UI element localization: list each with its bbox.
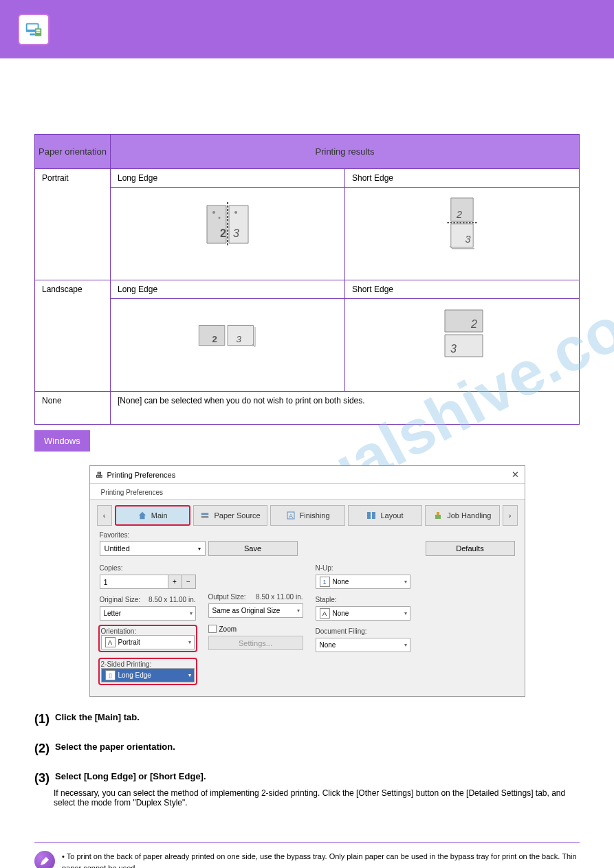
svg-text:3: 3 [233, 227, 239, 239]
short-edge-label-2: Short Edge [345, 280, 580, 299]
minus-button[interactable]: − [182, 575, 196, 589]
printer-monitor-icon [18, 14, 50, 45]
long-edge-icon: ▯ [105, 670, 116, 680]
printer-icon: 🖶 [96, 471, 103, 479]
svg-text:2: 2 [220, 227, 226, 239]
tab-main[interactable]: Main [115, 505, 190, 526]
copies-label: Copies: [100, 564, 196, 572]
nup-icon: 1 [320, 577, 330, 587]
tab-layout[interactable]: Layout [348, 505, 422, 526]
svg-point-10 [219, 217, 221, 219]
chevron-down-icon: ▾ [404, 610, 407, 616]
chevron-down-icon: ▾ [404, 642, 407, 648]
landscape-long-image: 23 [111, 299, 345, 392]
dialog-title-text: Printing Preferences [107, 471, 176, 479]
close-icon[interactable]: ✕ [512, 469, 519, 480]
svg-text:3: 3 [450, 343, 457, 355]
windows-button: Windows [34, 430, 90, 452]
checkbox-icon [208, 625, 217, 633]
svg-rect-26 [437, 512, 439, 515]
staple-dropdown[interactable]: ANone▾ [316, 606, 410, 621]
svg-rect-5 [36, 31, 41, 32]
note-section: • To print on the back of paper already … [34, 842, 580, 868]
results-header: Printing results [111, 135, 580, 169]
svg-text:3: 3 [237, 334, 242, 344]
svg-rect-25 [435, 515, 441, 519]
portrait-icon: A [105, 637, 116, 647]
svg-rect-23 [367, 512, 371, 519]
portrait-short-image: 23 [345, 188, 580, 280]
long-edge-label-2: Long Edge [111, 280, 345, 299]
home-icon [138, 511, 147, 520]
svg-text:2: 2 [212, 334, 217, 344]
output-size-dropdown[interactable]: Same as Original Size▾ [208, 603, 303, 618]
dialog-titlebar: 🖶Printing Preferences ✕ [90, 466, 525, 484]
nav-prev-button[interactable]: ‹ [97, 505, 112, 526]
tab-job-handling[interactable]: Job Handling [425, 505, 499, 526]
staple-label: Staple: [316, 596, 410, 603]
nav-next-button[interactable]: › [503, 505, 518, 526]
chevron-down-icon: ▾ [188, 639, 191, 645]
long-edge-label-1: Long Edge [111, 169, 345, 188]
svg-text:A: A [289, 513, 293, 520]
svg-point-9 [212, 211, 215, 214]
staple-icon: A [320, 608, 330, 619]
twosided-dropdown[interactable]: ▯Long Edge▾ [101, 668, 195, 682]
landscape-short-image: 23 [345, 299, 580, 392]
defaults-button[interactable]: Defaults [426, 541, 515, 556]
favorites-label: Favorites: [100, 531, 515, 539]
zoom-settings-button: Settings... [208, 636, 303, 650]
svg-rect-19 [201, 513, 209, 515]
chevron-down-icon: ▾ [297, 608, 300, 614]
short-edge-label-1: Short Edge [345, 169, 580, 188]
orientation-dropdown[interactable]: APortrait▾ [101, 635, 195, 649]
docfiling-dropdown[interactable]: None▾ [316, 638, 410, 652]
output-size-dim: 8.50 x 11.00 in. [256, 593, 303, 601]
output-size-label: Output Size: [208, 593, 246, 601]
tab-finishing[interactable]: AFinishing [270, 505, 344, 526]
tray-icon [200, 511, 210, 520]
favorites-dropdown[interactable]: Untitled▾ [100, 541, 206, 556]
step-3: (3) Select [Long Edge] or [Short Edge]. [34, 771, 580, 786]
tab-paper-source[interactable]: Paper Source [193, 505, 267, 526]
step-2: (2) Select the paper orientation. [34, 742, 580, 756]
svg-rect-2 [30, 33, 35, 35]
original-size-label: Original Size: [100, 596, 140, 603]
svg-rect-4 [36, 30, 41, 31]
svg-text:3: 3 [465, 234, 471, 245]
chevron-down-icon: ▾ [188, 672, 191, 678]
portrait-label: Portrait [35, 169, 111, 280]
nup-dropdown[interactable]: 1None▾ [316, 575, 410, 589]
svg-rect-24 [372, 512, 375, 519]
svg-rect-20 [201, 516, 209, 518]
svg-text:2: 2 [456, 209, 462, 220]
none-desc: [None] can be selected when you do not w… [111, 392, 580, 425]
portrait-long-image: 23 [111, 188, 345, 280]
finishing-icon: A [286, 511, 296, 520]
svg-text:2: 2 [470, 318, 477, 330]
copies-stepper[interactable]: 1 + − [100, 575, 196, 589]
plus-button[interactable]: + [168, 575, 182, 589]
docfiling-label: Document Filing: [316, 627, 410, 635]
orientation-header: Paper orientation [35, 135, 111, 169]
chevron-down-icon: ▾ [190, 610, 193, 616]
zoom-checkbox[interactable]: Zoom [208, 625, 303, 633]
landscape-label: Landscape [35, 280, 111, 392]
original-size-dropdown[interactable]: Letter▾ [100, 606, 196, 621]
job-icon [433, 511, 443, 520]
layout-icon [366, 511, 376, 520]
nup-label: N-Up: [316, 564, 410, 572]
twosided-label: 2-Sided Printing: [101, 660, 195, 668]
original-size-dim: 8.50 x 11.00 in. [149, 596, 195, 603]
step-1: (1) Click the [Main] tab. [34, 712, 580, 726]
top-banner [0, 0, 614, 58]
save-button[interactable]: Save [208, 541, 298, 556]
step-3-desc: If necessary, you can select the method … [54, 788, 580, 808]
tab-printing-preferences[interactable]: Printing Preferences [94, 486, 171, 499]
printing-preferences-dialog: 🖶Printing Preferences ✕ Printing Prefere… [89, 465, 525, 697]
chevron-down-icon: ▾ [404, 579, 407, 585]
svg-point-11 [234, 211, 237, 214]
chevron-down-icon: ▾ [198, 546, 201, 552]
pencil-note-icon [34, 851, 55, 868]
note-text: • To print on the back of paper already … [62, 851, 580, 868]
